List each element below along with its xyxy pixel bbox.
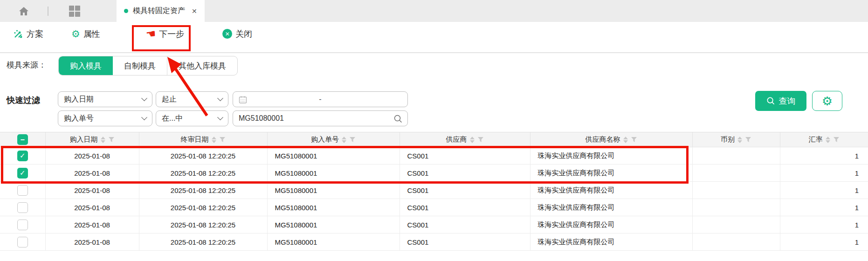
order-number-value: MG51080001	[239, 114, 284, 123]
next-step-label: 下一步	[159, 28, 184, 40]
row-checkbox-cell	[0, 199, 45, 216]
segment-purchased-mold[interactable]: 购入模具	[59, 56, 113, 75]
row-checkbox-cell: ✓	[0, 147, 45, 165]
row-checkbox[interactable]	[17, 202, 28, 213]
table-cell: 2025-01-08 12:20:25	[139, 147, 267, 165]
order-number-input[interactable]: MG51080001	[233, 110, 408, 126]
table-cell: MG51080001	[267, 147, 400, 165]
column-header-purchase-order[interactable]: 购入单号	[267, 132, 400, 147]
next-step-button[interactable]: ☚ 下一步	[146, 25, 185, 43]
column-header-supplier-name[interactable]: 供应商名称	[530, 132, 692, 147]
row-checkbox[interactable]	[17, 185, 28, 196]
column-header-currency[interactable]: 币别	[692, 132, 780, 147]
filter-field-select-2[interactable]: 购入单号	[58, 110, 152, 126]
query-label: 查询	[779, 96, 796, 107]
data-table: − 购入日期 终审日期 购入单号 供应商 供应商名称 币别 汇率 ✓2025-0…	[0, 132, 868, 251]
chevron-down-icon	[217, 95, 223, 101]
table-cell: 2025-01-08	[45, 182, 139, 199]
table-cell: 2025-01-08 12:20:25	[139, 165, 267, 182]
gear-icon: ⚙	[71, 29, 80, 39]
table-cell	[692, 199, 780, 216]
close-label: 关闭	[235, 28, 252, 40]
table-cell: MG51080001	[267, 234, 400, 251]
segment-selfmade-mold[interactable]: 自制模具	[113, 56, 167, 75]
grid-settings-button[interactable]: ⚙	[812, 91, 842, 111]
sort-icon[interactable]	[826, 137, 830, 143]
close-circle-icon: ✕	[222, 29, 232, 39]
filter-operator-select-1[interactable]: 起止	[156, 91, 228, 107]
tab-bar: 模具转固定资产 ✕	[0, 0, 868, 22]
scheme-label: 方案	[27, 28, 43, 40]
mold-source-segmented-control: 购入模具 自制模具 其他入库模具	[58, 56, 238, 76]
column-header-final-audit-date[interactable]: 终审日期	[139, 132, 267, 147]
mold-source-label: 模具来源：	[7, 60, 46, 70]
table-row: 2025-01-082025-01-08 12:20:25MG51080001C…	[0, 199, 868, 216]
chevron-down-icon	[217, 114, 223, 120]
filter-funnel-icon[interactable]	[477, 137, 484, 143]
sort-icon[interactable]	[737, 137, 742, 143]
sort-icon[interactable]	[212, 137, 216, 143]
table-cell: 1	[780, 234, 868, 251]
table-cell: 2025-01-08 12:20:25	[139, 199, 267, 216]
table-cell: CS001	[400, 182, 530, 199]
tab-status-dot-icon	[124, 9, 128, 13]
scheme-button[interactable]: 方案	[13, 25, 43, 43]
tab-close-icon[interactable]: ✕	[192, 7, 197, 15]
row-checkbox[interactable]	[17, 220, 28, 230]
table-row: ✓2025-01-082025-01-08 12:20:25MG51080001…	[0, 147, 868, 165]
table-cell: 2025-01-08	[45, 147, 139, 165]
sort-icon[interactable]	[101, 137, 105, 143]
row-checkbox-cell	[0, 216, 45, 234]
filter-field-select-1[interactable]: 购入日期	[58, 91, 152, 107]
segment-other-inbound-mold[interactable]: 其他入库模具	[167, 56, 237, 75]
table-row: 2025-01-082025-01-08 12:20:25MG51080001C…	[0, 182, 868, 199]
tab-active[interactable]: 模具转固定资产 ✕	[117, 0, 205, 22]
table-row: ✓2025-01-082025-01-08 12:20:25MG51080001…	[0, 165, 868, 182]
apps-grid-button[interactable]	[69, 6, 80, 17]
column-header-supplier[interactable]: 供应商	[400, 132, 530, 147]
filter-funnel-icon[interactable]	[349, 137, 356, 143]
table-cell: 1	[780, 147, 868, 165]
table-cell: MG51080001	[267, 216, 400, 234]
row-checkbox-cell	[0, 182, 45, 199]
row-checkbox[interactable]	[17, 237, 28, 247]
filter-operator-select-2[interactable]: 在...中	[156, 110, 228, 126]
search-icon	[393, 114, 403, 124]
table-cell	[692, 234, 780, 251]
query-button[interactable]: 查询	[755, 91, 806, 111]
close-button[interactable]: ✕ 关闭	[222, 25, 252, 43]
filter-funnel-icon[interactable]	[745, 137, 751, 143]
sort-icon[interactable]	[623, 137, 628, 143]
sort-icon[interactable]	[342, 137, 346, 143]
row-checkbox-cell: ✓	[0, 165, 45, 182]
home-icon	[18, 6, 29, 17]
home-button[interactable]	[18, 5, 30, 17]
sort-icon[interactable]	[470, 137, 475, 143]
chevron-down-icon	[141, 114, 147, 120]
table-cell: 珠海实业供应商有限公司	[530, 182, 692, 199]
filter-operator-value-1: 起止	[162, 95, 177, 104]
filter-funnel-icon[interactable]	[219, 137, 226, 143]
tab-title: 模具转固定资产	[133, 6, 185, 16]
gear-icon: ⚙	[822, 95, 833, 107]
table-cell	[692, 165, 780, 182]
filter-funnel-icon[interactable]	[631, 137, 637, 143]
filter-funnel-icon[interactable]	[833, 137, 840, 143]
table-cell: CS001	[400, 199, 530, 216]
table-cell	[692, 147, 780, 165]
table-cell	[692, 216, 780, 234]
filter-field-value-1: 购入日期	[64, 95, 94, 104]
table-cell: 2025-01-08	[45, 199, 139, 216]
table-cell: 2025-01-08	[45, 216, 139, 234]
column-header-purchase-date[interactable]: 购入日期	[45, 132, 139, 147]
row-checkbox-cell	[0, 234, 45, 251]
select-all-checkbox[interactable]: −	[17, 134, 28, 145]
row-checkbox[interactable]: ✓	[17, 151, 28, 161]
table-header-row: − 购入日期 终审日期 购入单号 供应商 供应商名称 币别 汇率	[0, 132, 868, 147]
row-checkbox[interactable]: ✓	[17, 168, 28, 179]
date-range-input[interactable]: -	[233, 91, 408, 107]
properties-button[interactable]: ⚙ 属性	[71, 25, 100, 43]
column-header-exchange-rate[interactable]: 汇率	[780, 132, 868, 147]
table-row: 2025-01-082025-01-08 12:20:25MG51080001C…	[0, 216, 868, 234]
filter-funnel-icon[interactable]	[108, 137, 115, 143]
